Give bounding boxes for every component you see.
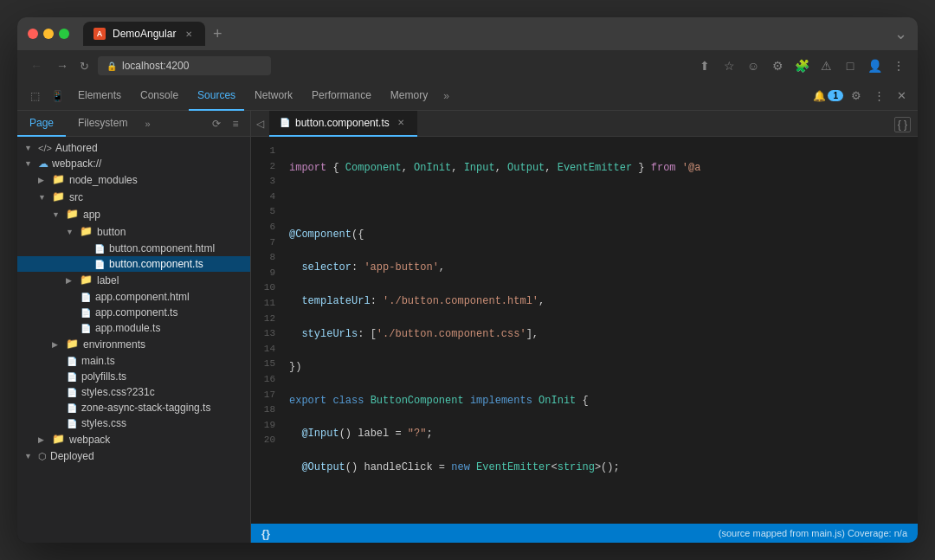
refresh-button[interactable]: ↻ [80,60,89,73]
line-num-2: 2 [251,159,282,175]
bookmark-icon[interactable]: ⬆ [696,59,713,73]
authored-section[interactable]: </> Authored [17,140,250,156]
environments-item[interactable]: 📁 environments [17,336,250,353]
tab-network[interactable]: Network [246,81,301,111]
tab-sources[interactable]: Sources [189,81,244,111]
ts-tab-icon: 📄 [280,118,290,127]
warning-icon[interactable]: ⚠ [817,59,835,73]
tab-memory[interactable]: Memory [382,81,436,111]
src-tab-page[interactable]: Page [17,111,66,137]
code-editor[interactable]: 1 2 3 4 5 6 7 8 9 10 11 12 13 14 [251,137,918,524]
code-line-2 [289,194,904,210]
code-content[interactable]: import { Component, OnInit, Input, Outpu… [282,137,918,524]
main-ts-item[interactable]: 📄 main.ts [17,353,250,369]
styles-css231-icon: 📄 [66,386,78,398]
code-tab-button-ts[interactable]: 📄 button.component.ts ✕ [269,111,417,137]
group-icon[interactable]: ≡ [228,118,243,130]
app-label: app [83,209,100,221]
app-html-item[interactable]: 📄 app.component.html [17,289,250,305]
device-icon[interactable]: 📱 [47,86,68,106]
code-line-5: templateUrl: './button.component.html', [289,293,904,310]
code-line-6: styleUrls: ['./button.component.css'], [289,326,904,343]
address-bar-actions: ⬆ ☆ ☺ ⚙ 🧩 ⚠ □ 👤 ⋮ [696,59,907,73]
line-num-13: 13 [251,326,282,342]
minimize-button[interactable] [43,29,54,39]
styles-css-item[interactable]: 📄 styles.css [17,415,250,431]
src-label: src [69,191,83,203]
polyfills-item[interactable]: 📄 polyfills.ts [17,369,250,384]
src-item[interactable]: 📁 src [17,189,250,206]
src-tab-more[interactable]: » [139,119,155,129]
button-html-item[interactable]: 📄 button.component.html [17,241,250,256]
zone-async-label: zone-async-stack-tagging.ts [81,402,210,414]
app-ts-icon: 📄 [80,306,92,319]
code-tabs: ◁ 📄 button.component.ts ✕ { } [251,111,918,137]
extension-icon[interactable]: 🧩 [793,59,810,73]
button-label: button [97,226,126,238]
code-line-3: @Component({ [289,227,904,243]
webpack-folder-item[interactable]: 📁 webpack [17,431,250,448]
url-bar[interactable]: 🔒 localhost:4200 [98,56,271,75]
src-tab-filesystem[interactable]: Filesystem [66,111,139,137]
app-ts-item[interactable]: 📄 app.component.ts [17,305,250,320]
app-folder-icon: 📁 [66,208,80,222]
webpack-folder-label: webpack [69,434,110,446]
browser-tab-active[interactable]: A DemoAngular ✕ [83,22,205,46]
button-ts-label: button.component.ts [109,258,203,270]
avatar-icon[interactable]: 👤 [866,59,883,73]
star-icon[interactable]: ☆ [720,59,738,73]
app-module-item[interactable]: 📄 app.module.ts [17,320,250,336]
back-button[interactable]: ← [28,59,45,73]
tab-title: DemoAngular [113,28,176,40]
devtools-more-button[interactable]: ⋮ [869,89,888,102]
zone-async-item[interactable]: 📄 zone-async-stack-tagging.ts [17,400,250,415]
devtools-close-button[interactable]: ✕ [892,89,911,102]
node-modules-chevron [38,176,52,184]
button-html-label: button.component.html [109,242,215,254]
window-icon[interactable]: □ [842,59,859,73]
code-status-bar: {} (source mapped from main.js) Coverage… [251,524,918,543]
sources-tabs: Page Filesystem » ⟳ ≡ [17,111,250,137]
devtools-icon[interactable]: ⚙ [769,59,786,73]
code-line-10: @Output() handleClick = new EventEmitter… [289,460,904,476]
sync-icon[interactable]: ⟳ [209,118,224,130]
label-folder-label: label [97,274,119,286]
close-button[interactable] [28,29,38,39]
tab-close-button[interactable]: ✕ [183,28,195,40]
title-bar: A DemoAngular ✕ + ⌄ [17,17,918,50]
line-num-12: 12 [251,312,282,327]
code-tab-nav-left[interactable]: ◁ [251,111,269,137]
settings-button[interactable]: ⚙ [847,89,866,102]
app-item[interactable]: 📁 app [17,206,250,223]
smiley-icon[interactable]: ☺ [745,59,762,73]
code-line-4: selector: 'app-button', [289,260,904,276]
browser-tabs: A DemoAngular ✕ + [83,22,887,46]
tab-performance[interactable]: Performance [303,81,380,111]
inspector-icon[interactable]: ⬚ [24,86,45,106]
styles-css-label: styles.css [81,417,126,429]
forward-button[interactable]: → [54,59,71,73]
format-button[interactable]: { } [894,117,911,132]
environments-folder-icon: 📁 [66,338,80,351]
tab-console[interactable]: Console [132,81,187,111]
maximize-button[interactable] [59,29,69,39]
code-tab-filename: button.component.ts [295,117,390,129]
label-item[interactable]: 📁 label [17,272,250,289]
window-more-button[interactable]: ⌄ [894,24,907,43]
app-chevron [52,210,66,219]
node-modules-item[interactable]: 📁 node_modules [17,171,250,189]
html-file-icon: 📄 [94,242,106,254]
code-line-9: @Input() label = "?"; [289,426,904,442]
button-ts-item[interactable]: 📄 button.component.ts [17,256,250,272]
webpack-item[interactable]: ☁ webpack:// [17,156,250,171]
new-tab-button[interactable]: + [205,22,229,46]
sources-sidebar: Page Filesystem » ⟳ ≡ </> [17,111,251,543]
button-folder-item[interactable]: 📁 button [17,223,250,241]
more-tabs-button[interactable]: » [438,90,455,102]
tab-elements[interactable]: Elements [69,81,130,111]
deployed-section[interactable]: ⬡ Deployed [17,448,250,464]
code-tab-close[interactable]: ✕ [395,118,407,127]
styles-css231-item[interactable]: 📄 styles.css?231c [17,384,250,400]
more-icon[interactable]: ⋮ [890,59,907,73]
ts-file-icon: 📄 [94,258,106,270]
